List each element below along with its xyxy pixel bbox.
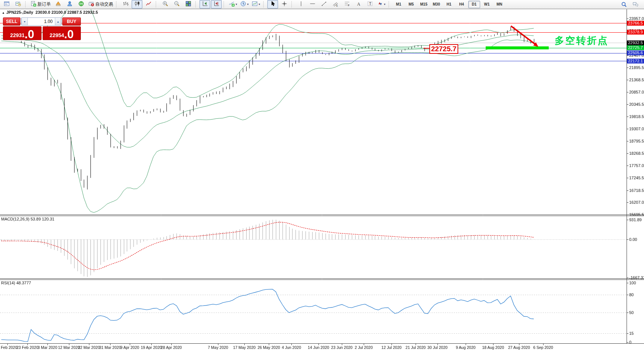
- bar-chart-icon[interactable]: [120, 0, 131, 9]
- macd-axis-label: 0.00: [629, 237, 637, 242]
- macd-label: MACD(12,26,9) 53.89 120.31: [1, 217, 55, 221]
- macd-axis-label: -1667.31: [629, 275, 644, 280]
- volume-input[interactable]: [28, 18, 55, 25]
- ohlc-values: 23030.0 23100.0 22887.5 22932.5: [36, 10, 98, 14]
- sell-price[interactable]: 22931.0: [3, 26, 42, 40]
- rsi-label: RSI(14) 48.3777: [1, 281, 31, 285]
- horizontal-line-icon[interactable]: [307, 0, 318, 9]
- periods-icon[interactable]: ▾: [239, 0, 250, 9]
- price-flag-annotation[interactable]: 22725.7: [429, 44, 458, 54]
- timeframe-w1-button[interactable]: W1: [481, 1, 493, 8]
- buy-price[interactable]: 22954.0: [43, 26, 81, 40]
- dropdown-arrow-icon[interactable]: ▾: [235, 3, 237, 6]
- auto-scroll-icon[interactable]: [199, 0, 210, 9]
- timeframe-mn-button[interactable]: MN: [493, 1, 505, 8]
- indicators-icon[interactable]: ▾: [228, 0, 238, 9]
- timeframe-d1-button[interactable]: D1: [468, 1, 480, 8]
- rsi-axis-label: 80: [629, 292, 634, 297]
- price-level-label: 22505.6: [627, 50, 644, 55]
- date-tick-label: 9 Aug 2020: [453, 345, 479, 350]
- label-icon[interactable]: T: [364, 0, 375, 9]
- cursor-icon: [270, 1, 276, 8]
- rsi-axis-label: 0: [629, 340, 631, 344]
- price-tick-label: 18795.5: [629, 139, 644, 143]
- crosshair-icon: [281, 1, 287, 8]
- turning-point-annotation[interactable]: 多空转折点: [555, 34, 608, 47]
- new-order-button: [30, 1, 36, 8]
- toolbar-button-label: 新订单: [37, 1, 51, 7]
- autotrading-button: [88, 1, 94, 8]
- price-tick-label: 15695.5: [629, 212, 644, 217]
- arrows-icon: [377, 1, 383, 8]
- sell-price-main: 22931: [10, 32, 24, 40]
- line-chart-icon: [146, 1, 152, 8]
- macd-axis-label: 931.89: [629, 218, 642, 222]
- metaeditor-icon[interactable]: [53, 0, 63, 9]
- timeframe-h1-button[interactable]: H1: [443, 1, 455, 8]
- cursor-icon[interactable]: [267, 0, 278, 9]
- price-tick-label: 17757.0: [629, 163, 644, 168]
- text-icon[interactable]: A: [353, 0, 364, 9]
- timeframe-m1-button[interactable]: M1: [393, 1, 404, 8]
- timeframe-h4-button[interactable]: H4: [456, 1, 468, 8]
- templates-icon: [252, 1, 258, 8]
- zoom-out-icon[interactable]: [171, 0, 182, 9]
- price-level-label: 22172.1: [627, 59, 644, 63]
- trendline-icon[interactable]: [318, 0, 329, 9]
- date-tick-label: 18 Aug 2020: [480, 345, 506, 350]
- timeframe-m15-button[interactable]: M15: [418, 1, 430, 8]
- sell-button[interactable]: SELL: [3, 17, 20, 26]
- timeframe-m5-button[interactable]: M5: [405, 1, 417, 8]
- date-tick-label: 2 Jul 2020: [351, 345, 377, 350]
- community-icon[interactable]: [64, 0, 75, 9]
- terminal-icon[interactable]: [1, 0, 12, 9]
- volume-increase-button[interactable]: ▲: [55, 18, 61, 25]
- chat-icon[interactable]: [630, 0, 641, 9]
- terminal-icon: [4, 1, 10, 8]
- symbol-period-label: JPN225-,Daily: [6, 10, 33, 14]
- templates-icon[interactable]: ▾: [251, 0, 261, 9]
- price-tick-label: 23957.0: [629, 16, 644, 21]
- candlestick-chart-icon[interactable]: [132, 0, 142, 9]
- toolbar-separator: [224, 1, 226, 7]
- dropdown-arrow-icon[interactable]: ▾: [258, 3, 260, 6]
- chart-canvas[interactable]: [0, 0, 644, 353]
- zoom-in-icon: [162, 1, 168, 8]
- chart-shift-icon[interactable]: [211, 0, 222, 9]
- label-icon: T: [367, 1, 373, 8]
- timeframe-m30-button[interactable]: M30: [430, 1, 442, 8]
- date-tick-label: 27 Aug 2020: [506, 345, 532, 350]
- svg-text:T: T: [369, 2, 371, 6]
- fibonacci-icon: F: [344, 1, 350, 8]
- signals-icon: [78, 1, 84, 8]
- sell-price-pips: .0: [24, 29, 34, 40]
- price-tick-label: 20345.5: [629, 102, 644, 107]
- buy-price-main: 22954: [50, 32, 64, 40]
- toolbar-separator: [195, 1, 198, 7]
- volume-decrease-button[interactable]: ▼: [22, 18, 28, 25]
- svg-text:A: A: [357, 1, 360, 6]
- tile-windows-icon[interactable]: [183, 0, 194, 9]
- tile-windows-icon: [185, 1, 191, 8]
- channel-icon[interactable]: E: [330, 0, 341, 9]
- vertical-line-icon[interactable]: [295, 0, 306, 9]
- new-order-button[interactable]: 新订单: [29, 0, 52, 9]
- crosshair-icon[interactable]: [279, 0, 290, 9]
- zoom-in-icon[interactable]: [160, 0, 171, 9]
- dropdown-arrow-icon[interactable]: ▾: [247, 3, 248, 6]
- toolbar-separator: [116, 1, 118, 7]
- chart-shift-icon: [214, 1, 219, 8]
- buy-price-pips: .0: [64, 29, 74, 40]
- price-level-label: 23766.5: [627, 21, 644, 26]
- arrows-icon[interactable]: ▾: [376, 0, 387, 9]
- fibonacci-icon[interactable]: F: [341, 0, 352, 9]
- signals-icon[interactable]: [76, 0, 86, 9]
- metaeditor-icon: [55, 1, 61, 8]
- dropdown-arrow-icon[interactable]: ▾: [384, 3, 385, 6]
- collapse-icon[interactable]: ▲: [2, 11, 5, 14]
- autotrading-button[interactable]: 自动交易: [87, 0, 114, 9]
- strategy-tester-icon[interactable]: [13, 0, 23, 9]
- buy-button[interactable]: BUY: [62, 17, 81, 26]
- line-chart-icon[interactable]: [143, 0, 154, 9]
- search-icon[interactable]: [618, 0, 629, 9]
